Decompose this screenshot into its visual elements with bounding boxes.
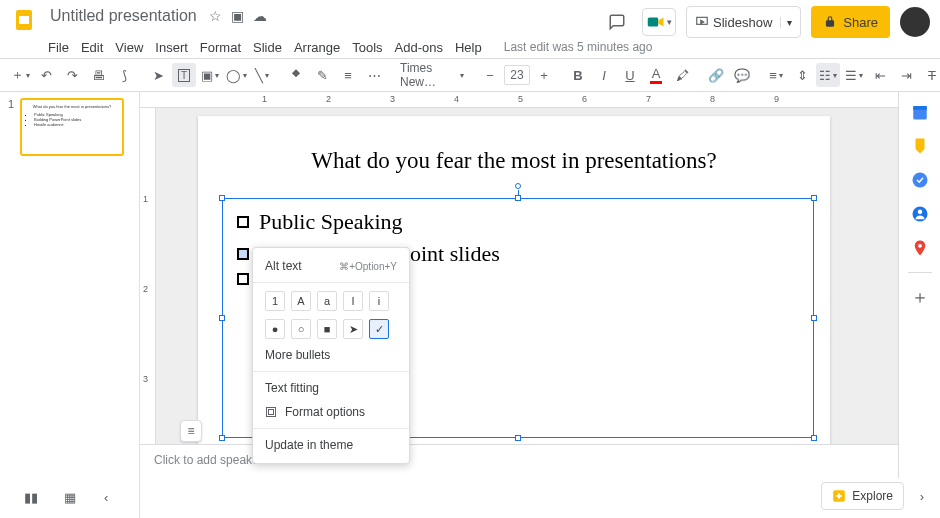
select-tool[interactable]: ➤: [146, 63, 170, 87]
context-alt-text[interactable]: Alt text ⌘+Option+Y: [253, 254, 409, 278]
clear-format-button[interactable]: T: [920, 63, 940, 87]
move-icon[interactable]: ▣: [229, 7, 247, 25]
menu-format[interactable]: Format: [200, 40, 241, 55]
print-button[interactable]: 🖶: [86, 63, 110, 87]
border-weight-button[interactable]: ≡: [336, 63, 360, 87]
list-style-A[interactable]: A: [291, 291, 311, 311]
slideshow-button[interactable]: Slideshow ▾: [686, 6, 801, 38]
side-panel: ＋: [898, 92, 940, 478]
font-size-dec[interactable]: −: [478, 63, 502, 87]
fill-color-button[interactable]: [284, 63, 308, 87]
border-dash-button[interactable]: ⋯: [362, 63, 386, 87]
align-button[interactable]: ≡▾: [764, 63, 788, 87]
canvas[interactable]: 1 2 3 4 5 6 7 8 9 1 2 3 4 What do you fe…: [140, 92, 898, 478]
link-button[interactable]: 🔗: [704, 63, 728, 87]
textbox-tool[interactable]: T: [172, 63, 196, 87]
addons-plus-icon[interactable]: ＋: [910, 287, 930, 307]
comments-icon[interactable]: [602, 7, 632, 37]
slide-title[interactable]: What do you fear the most in presentatio…: [198, 148, 830, 174]
grid-view-icon[interactable]: ▦: [64, 490, 80, 506]
svg-point-10: [917, 210, 922, 215]
account-avatar[interactable]: [900, 7, 930, 37]
list-style-1[interactable]: 1: [265, 291, 285, 311]
menu-edit[interactable]: Edit: [81, 40, 103, 55]
resize-handle[interactable]: [811, 195, 817, 201]
font-size-field[interactable]: 23: [504, 65, 530, 85]
context-format-options[interactable]: Format options: [253, 400, 409, 424]
resize-handle[interactable]: [515, 435, 521, 441]
format-options-icon: [265, 406, 277, 418]
ruler-horizontal: 1 2 3 4 5 6 7 8 9: [140, 92, 898, 108]
bullet-disc[interactable]: ●: [265, 319, 285, 339]
menu-addons[interactable]: Add-ons: [395, 40, 443, 55]
menu-help[interactable]: Help: [455, 40, 482, 55]
contacts-icon[interactable]: [910, 204, 930, 224]
paint-format-button[interactable]: ⟆: [112, 63, 136, 87]
font-family-field[interactable]: Times New…▾: [396, 63, 468, 87]
bold-button[interactable]: B: [566, 63, 590, 87]
menu-insert[interactable]: Insert: [155, 40, 188, 55]
doc-title[interactable]: Untitled presentation: [46, 6, 201, 26]
resize-handle[interactable]: [219, 195, 225, 201]
resize-handle[interactable]: [219, 435, 225, 441]
border-color-button[interactable]: ✎: [310, 63, 334, 87]
highlight-button[interactable]: 🖍: [670, 63, 694, 87]
explore-button[interactable]: Explore: [821, 482, 904, 510]
cloud-icon[interactable]: ☁: [251, 7, 269, 25]
slideshow-dropdown-icon[interactable]: ▾: [780, 17, 792, 28]
menu-tools[interactable]: Tools: [352, 40, 382, 55]
last-edit-text[interactable]: Last edit was 5 minutes ago: [504, 40, 653, 54]
menu-arrange[interactable]: Arrange: [294, 40, 340, 55]
keep-icon[interactable]: [910, 136, 930, 156]
slide-thumbnail[interactable]: What do you fear the most in presentatio…: [20, 98, 124, 156]
list-style-a[interactable]: a: [317, 291, 337, 311]
undo-button[interactable]: ↶: [34, 63, 58, 87]
font-size-inc[interactable]: +: [532, 63, 556, 87]
list-style-i[interactable]: i: [369, 291, 389, 311]
new-slide-button[interactable]: ＋▾: [8, 63, 32, 87]
bullet-check[interactable]: ✓: [369, 319, 389, 339]
resize-handle[interactable]: [811, 435, 817, 441]
comment-button[interactable]: 💬: [730, 63, 754, 87]
resize-handle[interactable]: [219, 315, 225, 321]
context-update-theme[interactable]: Update in theme: [253, 433, 409, 457]
indent-inc-button[interactable]: ⇥: [894, 63, 918, 87]
explore-icon: [832, 489, 846, 503]
italic-button[interactable]: I: [592, 63, 616, 87]
menu-slide[interactable]: Slide: [253, 40, 282, 55]
calendar-icon[interactable]: [910, 102, 930, 122]
line-tool[interactable]: ╲▾: [250, 63, 274, 87]
chevron-right-icon[interactable]: ›: [912, 486, 932, 506]
menu-file[interactable]: File: [48, 40, 69, 55]
underline-button[interactable]: U: [618, 63, 642, 87]
bullet-ring[interactable]: ○: [291, 319, 311, 339]
autofit-button[interactable]: ≡: [180, 420, 202, 442]
list-style-I[interactable]: I: [343, 291, 363, 311]
image-tool[interactable]: ▣▾: [198, 63, 222, 87]
redo-button[interactable]: ↷: [60, 63, 84, 87]
bullet-arrow[interactable]: ➤: [343, 319, 363, 339]
numbered-list-button[interactable]: ☷▾: [816, 63, 840, 87]
line-spacing-button[interactable]: ⇕: [790, 63, 814, 87]
shape-tool[interactable]: ◯▾: [224, 63, 248, 87]
slideshow-label: Slideshow: [713, 15, 772, 30]
filmstrip-view-icon[interactable]: ▮▮: [24, 490, 40, 506]
share-button[interactable]: Share: [811, 6, 890, 38]
meet-button[interactable]: ▾: [642, 8, 676, 36]
context-more-bullets[interactable]: More bullets: [253, 343, 409, 367]
slides-logo[interactable]: [10, 6, 38, 34]
bulleted-list-button[interactable]: ☰▾: [842, 63, 866, 87]
context-text-fitting[interactable]: Text fitting: [253, 376, 409, 400]
menu-view[interactable]: View: [115, 40, 143, 55]
ruler-vertical: 1 2 3 4: [140, 108, 156, 478]
bullet-square[interactable]: ■: [317, 319, 337, 339]
chevron-left-icon[interactable]: ‹: [104, 490, 120, 506]
indent-dec-button[interactable]: ⇤: [868, 63, 892, 87]
resize-handle[interactable]: [811, 315, 817, 321]
star-icon[interactable]: ☆: [207, 7, 225, 25]
rotate-handle[interactable]: [515, 183, 521, 189]
text-color-button[interactable]: A: [644, 63, 668, 87]
maps-icon[interactable]: [910, 238, 930, 258]
tasks-icon[interactable]: [910, 170, 930, 190]
title-area: Untitled presentation ☆ ▣ ☁: [46, 6, 269, 26]
